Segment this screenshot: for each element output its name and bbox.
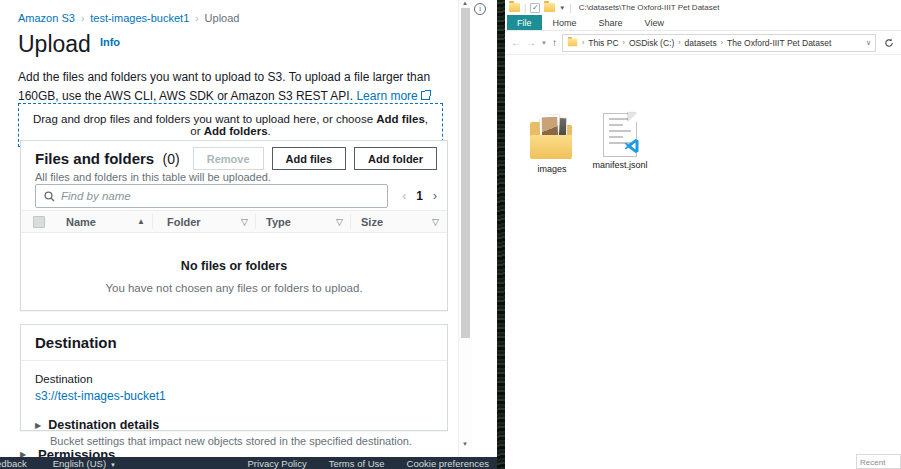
filter-icon: ▽ (336, 217, 343, 227)
address-segment-osdisk[interactable]: OSDisk (C:) (629, 38, 674, 48)
page-number[interactable]: 1 (416, 189, 423, 203)
recent-locations-caret-icon[interactable]: ▼ (541, 40, 547, 46)
dropzone-text: Drag and drop files and folders you want… (33, 113, 376, 125)
destination-bucket-link[interactable]: s3://test-images-bucket1 (35, 389, 166, 403)
sort-ascending-icon: ▲ (137, 217, 145, 226)
scroll-up-icon[interactable]: ▲ (462, 0, 468, 6)
remove-button[interactable]: Remove (193, 147, 264, 170)
feedback-link[interactable]: Feedback (0, 458, 27, 469)
properties-icon[interactable]: ✓ (530, 3, 540, 13)
partial-tooltip: Recent (856, 454, 901, 469)
chevron-right-icon: › (582, 39, 584, 46)
select-all-checkbox[interactable] (33, 216, 45, 228)
tab-file[interactable]: File (507, 15, 542, 30)
column-type[interactable]: Type ▽ (256, 211, 351, 232)
learn-more-label: Learn more (356, 89, 417, 103)
empty-state-title: No files or folders (21, 259, 447, 273)
add-files-button[interactable]: Add files (272, 147, 346, 170)
files-panel-subtitle: All files and folders in this table will… (35, 171, 433, 183)
info-circle-icon[interactable]: i (474, 3, 486, 15)
column-folder[interactable]: Folder ▽ (153, 211, 256, 232)
address-bar[interactable]: › This PC › OSDisk (C:) › datasets › The… (562, 34, 876, 52)
address-segment-current[interactable]: The Oxford-IIIT Pet Dataset (727, 38, 831, 48)
address-dropdown-caret-icon[interactable]: ∨ (866, 39, 871, 47)
back-icon[interactable]: ← (511, 37, 521, 48)
breadcrumb-separator-icon: › (81, 13, 84, 24)
pagination: ‹ 1 › (402, 189, 437, 203)
breadcrumb-amazon-s3[interactable]: Amazon S3 (18, 12, 75, 24)
footer-links: Privacy Policy Terms of Use Cookie prefe… (248, 458, 489, 469)
partial-tooltip-text: Recent (857, 458, 900, 467)
files-panel-header: Files and folders (0) All files and fold… (21, 141, 447, 183)
forward-icon[interactable]: → (526, 37, 536, 48)
breadcrumb-bucket[interactable]: test-images-bucket1 (90, 12, 189, 24)
ribbon-tabs: File Home Share View (505, 15, 901, 31)
page-title-text: Upload (18, 31, 91, 57)
explorer-file-area[interactable]: images manifest.jsonl (505, 55, 901, 469)
search-input[interactable] (61, 190, 379, 202)
tab-view[interactable]: View (634, 15, 675, 30)
cookie-preferences-link[interactable]: Cookie preferences (407, 458, 489, 469)
files-panel-title: Files and folders (35, 150, 154, 167)
learn-more-link[interactable]: Learn more (356, 89, 429, 103)
tab-share[interactable]: Share (588, 15, 634, 30)
permissions-label: Permissions (38, 447, 115, 457)
destination-panel-title: Destination (21, 325, 447, 361)
file-explorer-window: | ✓ ▼ | C:\datasets\The Oxford-IIIT Pet … (505, 0, 901, 469)
permissions-expander[interactable]: ▶ Permissions (38, 447, 115, 457)
tab-home[interactable]: Home (542, 15, 588, 30)
destination-label: Destination (35, 373, 433, 385)
address-segment-datasets[interactable]: datasets (685, 38, 717, 48)
info-link[interactable]: Info (100, 36, 120, 48)
refresh-icon[interactable] (881, 34, 897, 52)
previous-page-icon[interactable]: ‹ (402, 189, 406, 203)
breadcrumb-current: Upload (205, 12, 240, 24)
upload-description: Add the files and folders you want to up… (18, 68, 442, 105)
destination-details-expander[interactable]: ▶ Destination details (35, 418, 433, 432)
expand-triangle-icon: ▶ (35, 421, 41, 430)
address-segment-this-pc[interactable]: This PC (588, 38, 618, 48)
browser-scrollbar[interactable]: ▲ ▼ (458, 0, 472, 457)
new-folder-icon[interactable] (544, 3, 555, 12)
breadcrumb: Amazon S3›test-images-bucket1›Upload (18, 12, 239, 24)
up-icon[interactable]: ↑ (552, 37, 557, 48)
folder-item-images[interactable]: images (521, 113, 583, 174)
privacy-policy-link[interactable]: Privacy Policy (248, 458, 307, 469)
destination-details-description: Bucket settings that impact new objects … (50, 435, 433, 447)
column-name[interactable]: Name ▲ (56, 211, 153, 232)
aws-upload-page: Amazon S3›test-images-bucket1›Upload Upl… (0, 0, 458, 457)
search-box[interactable] (35, 184, 388, 208)
explorer-titlebar[interactable]: | ✓ ▼ | C:\datasets\The Oxford-IIIT Pet … (505, 0, 901, 15)
column-type-label: Type (266, 216, 291, 228)
empty-state-description: You have not chosen any files or folders… (21, 282, 447, 294)
explorer-app-icon (509, 3, 520, 12)
column-size-label: Size (361, 216, 383, 228)
destination-panel: Destination Destination s3://test-images… (20, 324, 448, 431)
jsonl-document-icon (603, 113, 637, 157)
quick-access-caret-icon[interactable]: ▼ (559, 5, 565, 11)
window-title: C:\datasets\The Oxford-IIIT Pet Dataset (579, 3, 720, 12)
scrollbar-thumb[interactable] (461, 8, 470, 338)
scroll-down-icon[interactable]: ▼ (462, 441, 468, 447)
page-title: UploadInfo (18, 31, 120, 58)
column-size[interactable]: Size ▽ (351, 211, 447, 232)
chevron-right-icon: › (678, 39, 680, 46)
dropzone-text: . (268, 125, 271, 137)
column-name-label: Name (66, 216, 96, 228)
files-count-value: (0) (163, 151, 180, 167)
filter-icon: ▽ (432, 217, 439, 227)
filter-icon: ▽ (241, 217, 248, 227)
desktop-wallpaper (497, 0, 505, 469)
language-selector[interactable]: English (US)▼ (53, 458, 116, 469)
terms-of-use-link[interactable]: Terms of Use (329, 458, 385, 469)
empty-state: No files or folders You have not chosen … (21, 233, 447, 294)
folder-item-label: images (521, 164, 583, 174)
vscode-logo-icon (624, 138, 640, 154)
chevron-right-icon: › (623, 39, 625, 46)
select-all-checkbox-cell (21, 211, 56, 232)
file-item-manifest[interactable]: manifest.jsonl (589, 113, 651, 170)
titlebar-divider: | (569, 3, 571, 13)
next-page-icon[interactable]: › (433, 189, 437, 203)
add-folder-button[interactable]: Add folder (354, 147, 437, 170)
search-row: ‹ 1 › (35, 184, 437, 208)
